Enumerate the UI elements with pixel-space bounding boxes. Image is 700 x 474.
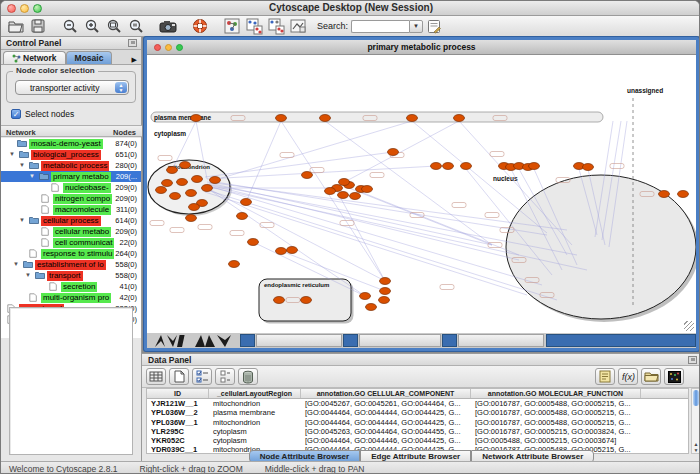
graph-edge[interactable] [412,121,547,233]
select-attributes-icon[interactable] [192,368,212,385]
graph-node[interactable] [210,177,221,184]
table-row[interactable]: YKR052Ccytoplasm[GO:0044464, GO:0044446,… [147,436,688,445]
tree-row[interactable]: ▼metabolic process280(0) [1,160,141,171]
notes-icon[interactable] [595,368,615,385]
graph-node[interactable] [162,180,173,187]
graph-node[interactable] [362,186,373,193]
graph-node[interactable] [167,167,178,174]
graph-node[interactable] [529,163,540,170]
table-row[interactable]: YLR295Ccytoplasm[GO:0045263, GO:0044464,… [147,427,688,436]
expander-icon[interactable]: ▼ [13,261,19,267]
minimized-window-icon[interactable] [343,334,358,347]
minimized-window-3[interactable] [458,334,544,347]
graph-node[interactable] [274,297,285,304]
tree-row[interactable]: ▼transport558(0) [1,270,141,281]
expander-icon[interactable]: ▼ [19,217,25,223]
graph-node[interactable] [431,163,442,170]
minimized-window-1[interactable] [256,334,342,347]
column-header[interactable]: ID [147,389,209,398]
graph-node[interactable] [180,162,191,169]
graph-node[interactable] [338,192,349,199]
graph-node[interactable] [360,293,371,300]
graph-node[interactable] [186,190,197,197]
attribute-table[interactable]: ID_cellularLayoutRegionannotation.GO CEL… [146,388,689,454]
graph-node[interactable] [583,164,594,171]
create-view-2-icon[interactable] [266,17,286,35]
tree-item-label[interactable]: metabolic process [41,161,109,171]
float-panel-icon[interactable] [128,39,137,47]
resize-grip-icon[interactable] [684,321,694,331]
graph-node[interactable] [237,213,248,220]
graph-node[interactable] [186,215,197,222]
tree-row[interactable]: ▼establishment of lo558(0) [1,259,141,270]
tree-item-label[interactable]: multi-organism pro [41,293,111,303]
float-panel-icon[interactable] [688,356,697,364]
graph-node[interactable] [339,179,350,186]
matrix-icon[interactable] [664,368,684,385]
tree-item-label[interactable]: macromolecule [53,205,111,215]
tree-row[interactable]: ▼biological_process651(0) [1,149,141,160]
tree-item-label[interactable]: nucleobase- [63,183,111,193]
tree-item-label[interactable]: cellular metabo [53,227,111,237]
tree-row[interactable]: secretion41(0) [1,281,141,292]
zoom-in-icon[interactable] [82,17,102,35]
graph-node[interactable] [287,247,298,254]
table-row[interactable]: YJR121W__1mitochondrion[GO:0045267, GO:0… [147,399,688,408]
graph-node[interactable] [248,239,259,246]
tree-row[interactable]: macromolecule311(0) [1,204,141,215]
expander-icon[interactable]: ▼ [29,173,35,179]
tree-row[interactable]: ▼primary metabo209(... [1,171,141,182]
expander-icon[interactable]: ▼ [9,151,15,157]
new-attribute-icon[interactable] [169,368,189,385]
network-graph[interactable]: plasma membranecytoplasmnucleusmitochond… [147,55,696,333]
tree-row[interactable]: multi-organism pro42(0) [1,292,141,303]
expander-icon[interactable]: ▼ [25,272,31,278]
graph-node[interactable] [380,288,391,295]
graph-node[interactable] [301,297,312,304]
zoom-out-icon[interactable] [60,17,80,35]
tree-row[interactable]: ▼cellular process614(0) [1,215,141,226]
create-view-1-icon[interactable] [244,17,264,35]
column-header[interactable]: annotation.GO CELLULAR_COMPONENT [301,389,471,398]
graph-node[interactable] [659,191,670,198]
tree-row[interactable]: cellular metabo209(0) [1,226,141,237]
tree-item-label[interactable]: cell communicat [53,238,114,248]
tree-item-label[interactable]: nitrogen compo [53,194,112,204]
graph-node[interactable] [191,115,202,122]
graph-node[interactable] [276,115,287,122]
zoom-selected-icon[interactable] [126,17,146,35]
tree-row[interactable]: cell communicat22(0) [1,237,141,248]
minimized-window-icon[interactable] [240,334,255,347]
save-session-icon[interactable] [28,17,48,35]
search-input[interactable] [351,20,409,33]
graph-node[interactable] [350,193,361,200]
graph-node[interactable] [325,188,336,195]
tree-item-label[interactable]: secretion [61,282,97,292]
column-header[interactable]: _cellularLayoutRegion [209,389,301,398]
minimized-window-icon[interactable] [442,334,457,347]
search-dropdown-icon[interactable]: ▼ [409,20,423,33]
graph-node[interactable] [366,304,377,311]
graph-node[interactable] [241,199,252,206]
graph-node[interactable] [443,163,454,170]
annotate-page-icon[interactable] [424,17,444,35]
graph-node[interactable] [320,115,331,122]
graph-node[interactable] [379,297,390,304]
delete-attribute-icon[interactable] [238,368,258,385]
tab-overflow-arrow-icon[interactable]: ▶ [132,56,139,64]
tree-row[interactable]: mosaic-demo-yeast874(0) [1,138,141,149]
graph-node[interactable] [454,115,465,122]
graph-node[interactable] [192,176,203,183]
graph-node[interactable] [202,185,213,192]
network-overview-icon[interactable] [222,17,242,35]
network-canvas[interactable]: plasma membranecytoplasmnucleusmitochond… [147,55,696,333]
minimized-window-bar[interactable] [546,334,696,347]
birds-eye-view[interactable] [9,307,133,455]
unselect-attributes-icon[interactable] [215,368,235,385]
select-nodes-checkbox[interactable]: ✓ [11,109,21,119]
graph-node[interactable] [189,204,200,211]
snapshot-camera-icon[interactable] [158,17,178,35]
help-lifering-icon[interactable] [190,17,210,35]
tree-row[interactable]: nucleobase-209(0) [1,182,141,193]
tree-item-label[interactable]: cellular process [41,216,101,226]
